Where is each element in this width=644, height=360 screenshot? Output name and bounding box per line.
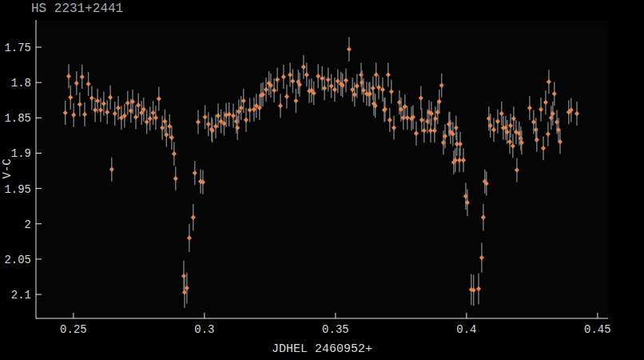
y-tick-label: 2.05 <box>4 254 31 266</box>
plot-area <box>36 20 608 318</box>
y-tick-label: 1.95 <box>4 183 31 196</box>
chart-title: HS 2231+2441 <box>31 2 123 16</box>
y-tick-label: 1.8 <box>11 77 31 90</box>
y-tick-label: 1.9 <box>11 147 31 160</box>
x-tick-label: 0.3 <box>194 323 214 336</box>
y-tick-label: 2.1 <box>11 289 31 302</box>
x-tick-label: 0.45 <box>584 323 611 336</box>
x-tick-label: 0.35 <box>322 323 349 336</box>
y-axis-label: V-C <box>1 158 14 178</box>
light-curve-plot: 0.250.30.350.40.451.751.81.851.91.9522.0… <box>0 0 644 360</box>
y-tick-label: 1.75 <box>4 42 31 54</box>
x-axis-label: JDHEL 2460952+ <box>36 342 608 356</box>
light-curve-window: 0.250.30.350.40.451.751.81.851.91.9522.0… <box>0 0 644 360</box>
x-tick-label: 0.4 <box>456 323 476 336</box>
y-tick-label: 1.85 <box>4 112 31 125</box>
y-tick-label: 2 <box>25 218 31 231</box>
x-tick-label: 0.25 <box>60 323 87 336</box>
